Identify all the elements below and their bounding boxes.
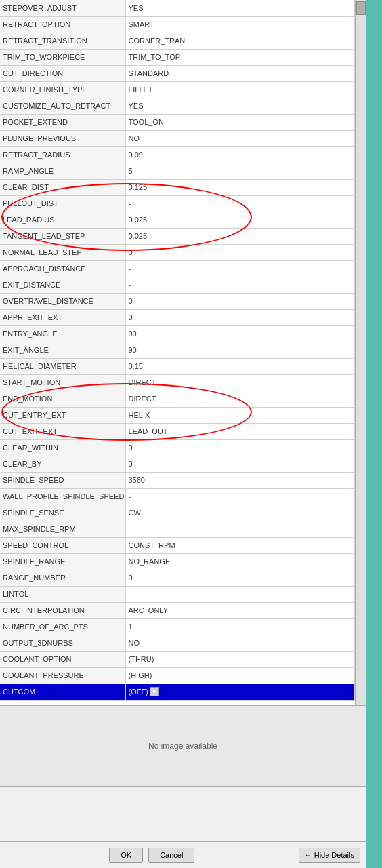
table-row[interactable]: RETRACT_TRANSITIONCORNER_TRAN... bbox=[0, 33, 355, 49]
table-row[interactable]: EXIT_DISTANCE- bbox=[0, 277, 355, 293]
param-value-cell: 0 bbox=[125, 439, 355, 456]
param-value-cell: CONST_RPM bbox=[125, 537, 355, 553]
table-row[interactable]: ENTRY_ANGLE90 bbox=[0, 326, 355, 342]
table-row[interactable]: SPINDLE_RANGENO_RANGE bbox=[0, 553, 355, 570]
param-value-cell: 0.025 bbox=[125, 212, 355, 228]
table-row[interactable]: RETRACT_RADIUS0.09 bbox=[0, 146, 355, 163]
param-name-cell: CUSTOMIZE_AUTO_RETRACT bbox=[0, 98, 125, 114]
param-value-cell: NO_RANGE bbox=[125, 553, 355, 570]
param-value-cell: - bbox=[125, 488, 355, 505]
param-name-cell: START_MOTION bbox=[0, 374, 125, 391]
table-row[interactable]: CUSTOMIZE_AUTO_RETRACTYES bbox=[0, 98, 355, 114]
table-row[interactable]: SPEED_CONTROLCONST_RPM bbox=[0, 537, 355, 553]
preview-area: No image available bbox=[0, 705, 366, 787]
param-name-cell: RANGE_NUMBER bbox=[0, 570, 125, 586]
param-name-cell: CUTCOM bbox=[0, 684, 125, 700]
param-value-cell: TOOL_ON bbox=[125, 114, 355, 130]
table-row[interactable]: TANGENT_LEAD_STEP0.025 bbox=[0, 228, 355, 244]
table-row[interactable]: LEAD_RADIUS0.025 bbox=[0, 212, 355, 228]
table-row[interactable]: START_MOTIONDIRECT bbox=[0, 374, 355, 391]
table-row[interactable]: OVERTRAVEL_DISTANCE0 bbox=[0, 293, 355, 309]
table-row[interactable]: PLUNGE_PREVIOUSNO bbox=[0, 130, 355, 146]
param-name-cell: SPINDLE_SPEED bbox=[0, 472, 125, 488]
param-value-cell: 5 bbox=[125, 163, 355, 179]
table-row[interactable]: NUMBER_OF_ARC_PTS1 bbox=[0, 618, 355, 635]
bottom-bar: OK Cancel ← Hide Details bbox=[0, 841, 366, 868]
param-name-cell: RETRACT_OPTION bbox=[0, 16, 125, 33]
table-row[interactable]: CIRC_INTERPOLATIONARC_ONLY bbox=[0, 602, 355, 618]
param-value-cell: CW bbox=[125, 505, 355, 521]
table-row[interactable]: CLEAR_WITHIN0 bbox=[0, 439, 355, 456]
params-table: STEPOVER_ADJUSTYESRETRACT_OPTIONSMARTRET… bbox=[0, 0, 355, 701]
param-name-cell: LEAD_RADIUS bbox=[0, 212, 125, 228]
table-row[interactable]: EXIT_ANGLE90 bbox=[0, 342, 355, 358]
param-value-cell: - bbox=[125, 195, 355, 212]
params-scroll-area[interactable]: STEPOVER_ADJUSTYESRETRACT_OPTIONSMARTRET… bbox=[0, 0, 355, 705]
param-value-cell: DIRECT bbox=[125, 391, 355, 407]
hide-details-area: ← Hide Details bbox=[299, 848, 360, 863]
table-row[interactable]: CUT_DIRECTIONSTANDARD bbox=[0, 65, 355, 81]
table-row[interactable]: HELICAL_DIAMETER0.15 bbox=[0, 358, 355, 374]
param-name-cell: END_MOTION bbox=[0, 391, 125, 407]
table-row[interactable]: COOLANT_OPTION(THRU) bbox=[0, 651, 355, 667]
table-row[interactable]: END_MOTIONDIRECT bbox=[0, 391, 355, 407]
no-image-text: No image available bbox=[148, 741, 217, 751]
param-value-cell: - bbox=[125, 521, 355, 537]
param-name-cell: COOLANT_OPTION bbox=[0, 651, 125, 667]
cancel-button[interactable]: Cancel bbox=[148, 848, 194, 863]
table-row[interactable]: POCKET_EXTENDTOOL_ON bbox=[0, 114, 355, 130]
table-row[interactable]: RANGE_NUMBER0 bbox=[0, 570, 355, 586]
param-name-cell: NORMAL_LEAD_STEP bbox=[0, 244, 125, 260]
table-row[interactable]: TRIM_TO_WORKPIECETRIM_TO_TOP bbox=[0, 49, 355, 65]
table-row[interactable]: SPINDLE_SENSECW bbox=[0, 505, 355, 521]
table-row[interactable]: RETRACT_OPTIONSMART bbox=[0, 16, 355, 33]
param-name-cell: APPROACH_DISTANCE bbox=[0, 260, 125, 277]
table-row[interactable]: APPR_EXIT_EXT0 bbox=[0, 309, 355, 326]
hide-details-label: Hide Details bbox=[314, 851, 354, 859]
param-value-cell: 0 bbox=[125, 293, 355, 309]
table-row[interactable]: WALL_PROFILE_SPINDLE_SPEED- bbox=[0, 488, 355, 505]
param-value-cell: 0.15 bbox=[125, 358, 355, 374]
param-name-cell: OVERTRAVEL_DISTANCE bbox=[0, 293, 125, 309]
param-value-cell: SMART bbox=[125, 16, 355, 33]
param-value-cell: 90 bbox=[125, 342, 355, 358]
table-row[interactable]: MAX_SPINDLE_RPM- bbox=[0, 521, 355, 537]
param-value-cell: 0 bbox=[125, 570, 355, 586]
param-name-cell: SPINDLE_RANGE bbox=[0, 553, 125, 570]
param-value-cell: 0 bbox=[125, 456, 355, 472]
param-name-cell: CORNER_FINISH_TYPE bbox=[0, 81, 125, 98]
dropdown-arrow-icon[interactable]: ▼ bbox=[150, 687, 159, 696]
param-name-cell: PLUNGE_PREVIOUS bbox=[0, 130, 125, 146]
table-row[interactable]: OUTPUT_3DNURBSNO bbox=[0, 635, 355, 651]
table-row[interactable]: LINTOL- bbox=[0, 586, 355, 602]
param-value-cell: CORNER_TRAN... bbox=[125, 33, 355, 49]
table-row[interactable]: CLEAR_DIST0.125 bbox=[0, 179, 355, 195]
param-name-cell: PULLOUT_DIST bbox=[0, 195, 125, 212]
param-value-cell: FILLET bbox=[125, 81, 355, 98]
table-row[interactable]: STEPOVER_ADJUSTYES bbox=[0, 0, 355, 16]
param-name-cell: CLEAR_DIST bbox=[0, 179, 125, 195]
param-name-cell: RETRACT_TRANSITION bbox=[0, 33, 125, 49]
table-row[interactable]: NORMAL_LEAD_STEP0 bbox=[0, 244, 355, 260]
param-name-cell: CLEAR_BY bbox=[0, 456, 125, 472]
hide-details-button[interactable]: ← Hide Details bbox=[299, 848, 360, 863]
table-row[interactable]: PULLOUT_DIST- bbox=[0, 195, 355, 212]
table-row[interactable]: APPROACH_DISTANCE- bbox=[0, 260, 355, 277]
table-row[interactable]: CLEAR_BY0 bbox=[0, 456, 355, 472]
table-row[interactable]: CUT_ENTRY_EXTHELIX bbox=[0, 407, 355, 423]
param-value-cell[interactable]: (OFF)▼ bbox=[125, 684, 355, 700]
table-row[interactable]: CUT_EXIT_EXTLEAD_OUT bbox=[0, 423, 355, 439]
param-name-cell: EXIT_ANGLE bbox=[0, 342, 125, 358]
vertical-scrollbar[interactable] bbox=[355, 0, 366, 705]
table-row[interactable]: COOLANT_PRESSURE(HIGH) bbox=[0, 667, 355, 684]
scrollbar-thumb[interactable] bbox=[356, 1, 366, 15]
param-value-cell: 90 bbox=[125, 326, 355, 342]
table-row[interactable]: CUTCOM(OFF)▼ bbox=[0, 684, 355, 700]
table-row[interactable]: RAMP_ANGLE5 bbox=[0, 163, 355, 179]
param-name-cell: SPINDLE_SENSE bbox=[0, 505, 125, 521]
table-row[interactable]: SPINDLE_SPEED3560 bbox=[0, 472, 355, 488]
ok-button[interactable]: OK bbox=[109, 848, 143, 863]
param-name-cell: ENTRY_ANGLE bbox=[0, 326, 125, 342]
param-value-cell: 0.09 bbox=[125, 146, 355, 163]
table-row[interactable]: CORNER_FINISH_TYPEFILLET bbox=[0, 81, 355, 98]
